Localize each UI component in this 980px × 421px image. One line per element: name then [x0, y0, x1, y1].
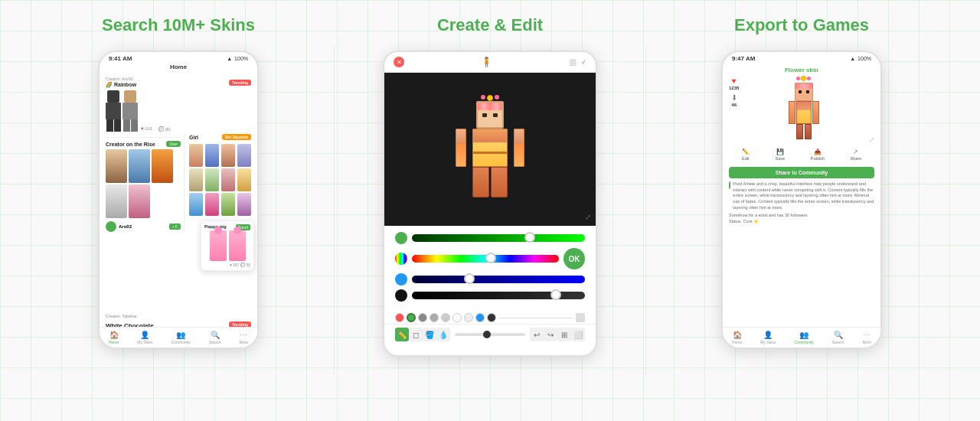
redo-tool[interactable]: ↪ [544, 328, 557, 341]
swatch-gray2[interactable] [430, 313, 439, 322]
save-action-btn[interactable]: 💾 Save [776, 148, 786, 161]
girl-panel: Creator on the Rise User [106, 134, 251, 232]
nav-search-3[interactable]: 🔍 Search [832, 331, 844, 344]
eraser-tool[interactable]: ◻ [409, 328, 423, 341]
flower-skin-preview [786, 77, 822, 144]
follow-btn[interactable]: + F [169, 224, 181, 230]
eyedropper-tool[interactable]: 💧 [436, 328, 450, 341]
nav-home-3[interactable]: 🏠 Home [732, 331, 742, 344]
status-text: Status: Core ⭐ [729, 219, 874, 225]
swatch-green[interactable] [407, 313, 416, 322]
nav-search-1[interactable]: 🔍 Search [209, 331, 221, 344]
undo-tool[interactable]: ↩ [530, 328, 544, 341]
phone1-content: Creator: Aro02 🌈 Rainbow Trending [100, 73, 257, 349]
rainbow-color-indicator [395, 253, 407, 265]
swatch-red[interactable] [395, 313, 404, 322]
feature-col-create: Create & Edit ✕ 🧍 ⬜ ✓ [335, 15, 645, 357]
phone3-content: Flower skin ♥ 1235 ⬇ 46 [723, 64, 880, 344]
feature-col-export: Export to Games 9:47 AM ▲ 100% Flower sk… [646, 15, 957, 349]
creator-skin-1 [106, 149, 127, 183]
swatch-gray3[interactable] [441, 313, 450, 322]
skin-preview-area [743, 77, 864, 144]
swatch-square[interactable] [576, 313, 585, 322]
edit-action-btn[interactable]: ✏️ Edit [742, 148, 750, 161]
dark-slider-track[interactable] [412, 292, 585, 299]
green-slider-track[interactable] [412, 234, 585, 242]
brush-size-thumb[interactable] [483, 331, 491, 338]
dark-color-indicator [395, 289, 407, 302]
rainbow-slider-thumb[interactable] [485, 253, 496, 263]
right-skin-section: Girl Hot Squeeze [184, 134, 251, 232]
aro02-row: Aro02 + F [106, 221, 181, 232]
ipad-save-area: ⬜ ✓ [569, 59, 586, 66]
frame-tool[interactable]: ⬜ [571, 328, 585, 341]
user-avatar [729, 181, 730, 189]
stat-downloads: ⬇ 46 [731, 93, 737, 107]
description-area: Pixel Artlete and a crisp, beautiful int… [729, 181, 874, 225]
swatch-dark[interactable] [487, 313, 496, 322]
blue-slider-track[interactable] [412, 276, 585, 283]
color-ok-button[interactable]: OK [564, 248, 585, 269]
description-text: Pixel Artlete and a crisp, beautiful int… [733, 181, 874, 210]
swatch-blue[interactable] [475, 313, 485, 322]
peppa-likes: ♥ 267 💬 50 [204, 263, 250, 267]
nav-myskins-1[interactable]: 👤 My Skins [137, 331, 152, 344]
brush-size-slider[interactable] [455, 333, 525, 336]
rainbow-section-header: Creator: Aro02 🌈 Rainbow Trending [106, 77, 251, 88]
status-bar-1: 9:41 AM ▲ 100% [100, 52, 257, 64]
dark-slider-thumb[interactable] [550, 289, 561, 300]
girl-section-header: Girl Hot Squeeze [189, 134, 251, 140]
feature-col-search: Search 10M+ Skins 9:41 AM ▲ 100% Home Cr… [23, 15, 334, 349]
canvas-area[interactable]: ⤢ [384, 73, 596, 226]
action-buttons-row: ✏️ Edit 💾 Save 📤 Publish ↗ Share [729, 148, 874, 161]
ipad-toolbar: ✕ 🧍 ⬜ ✓ [384, 52, 596, 73]
nav-more-1[interactable]: ⋯ More [240, 331, 248, 344]
bottom-nav-3: 🏠 Home 👤 My Skins 👥 Community 🔍 Search ⋯ [723, 327, 880, 348]
nav-community-3[interactable]: 👥 Community [795, 331, 814, 344]
swatch-light[interactable] [464, 313, 473, 322]
ipad-close-button[interactable]: ✕ [394, 57, 404, 67]
time-1: 9:41 AM [109, 55, 132, 62]
status-icons-1: ▲ 100% [227, 56, 248, 61]
peppa-popup[interactable]: Trend Peppa pig ♥ 267 💬 50 [201, 220, 254, 271]
body-icon: 🧍 [481, 57, 492, 67]
share-action-btn[interactable]: ↗ Share [850, 148, 861, 161]
ipad-center-controls: 🧍 [481, 57, 492, 67]
skin-figure-1 [106, 90, 121, 132]
rainbow-slider-track[interactable] [412, 255, 559, 263]
creator-skin-grid [106, 149, 181, 218]
phone1-nav-title: Home [100, 64, 257, 70]
ipad-save-icon[interactable]: ⬜ [569, 59, 577, 66]
nav-home-1[interactable]: 🏠 Home [109, 331, 119, 344]
expand-arrows[interactable]: ⤢ [868, 135, 874, 144]
skin-figure-2 [122, 90, 138, 132]
grid-tool[interactable]: ⊞ [557, 328, 571, 341]
blue-slider-thumb[interactable] [464, 273, 475, 284]
swatch-divider [498, 318, 573, 318]
pencil-tool[interactable]: ✏️ [395, 328, 409, 341]
green-slider-thumb[interactable] [524, 232, 535, 243]
publish-action-btn[interactable]: 📤 Publish [811, 148, 825, 161]
girl-skins-row-3 [189, 193, 251, 216]
fill-tool[interactable]: 🪣 [423, 328, 436, 341]
ipad-check-icon[interactable]: ✓ [581, 59, 586, 66]
ipad-mockup: ✕ 🧍 ⬜ ✓ [383, 51, 597, 357]
expand-icon[interactable]: ⤢ [585, 213, 591, 221]
swatch-white[interactable] [452, 313, 462, 322]
nav-myskins-3[interactable]: 👤 My Skins [760, 331, 776, 344]
time-3: 9:47 AM [732, 55, 755, 62]
feature-title-create: Create & Edit [437, 15, 543, 35]
stat-likes: ♥ 1235 [729, 77, 739, 90]
share-community-button[interactable]: Share to Community [729, 167, 874, 178]
phone-mockup-search: 9:41 AM ▲ 100% Home Creator: Aro02 🌈 Rai… [98, 51, 259, 349]
nav-community-1[interactable]: 👥 Community [172, 331, 191, 344]
rainbow-slider-row: OK [395, 248, 585, 269]
wifi-icon: ▲ [227, 56, 232, 61]
trending-badge-1: Trending [229, 80, 251, 86]
skin-title: Flower skin [729, 67, 874, 73]
nav-more-3[interactable]: ⋯ More [863, 331, 871, 344]
swatch-gray1[interactable] [418, 313, 427, 322]
battery-icon: 100% [234, 56, 248, 61]
ipad-bottom-tools: ✏️ ◻ 🪣 💧 ↩ ↪ ⊞ ⬜ [384, 324, 596, 344]
creator-label: Creator: Aro02 🌈 Rainbow [106, 77, 136, 88]
